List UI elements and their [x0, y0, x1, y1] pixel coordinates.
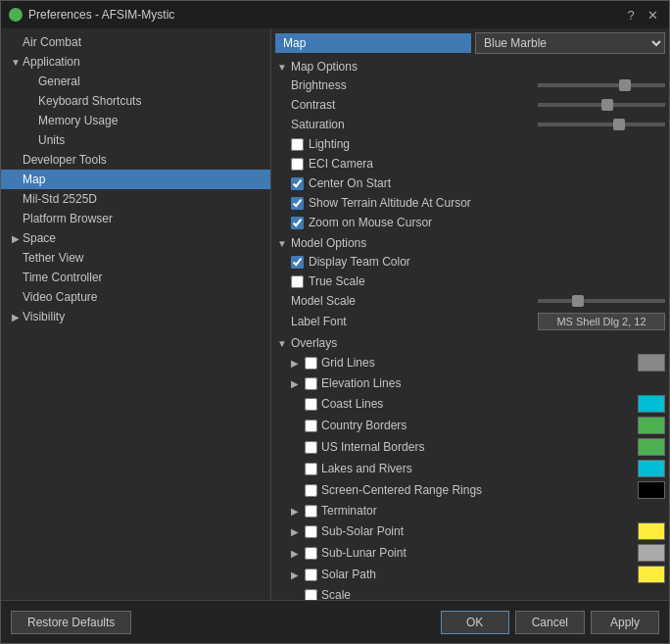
checkbox-label: Lighting [309, 137, 350, 151]
model-scale-slider [538, 299, 665, 303]
map-dropdown[interactable]: Blue MarbleOpenStreetMapSatellite [475, 32, 665, 54]
slider-input[interactable] [538, 123, 665, 126]
overlay-color-lakes-rivers[interactable] [638, 460, 665, 477]
main-panel: MapBlue MarbleOpenStreetMapSatellite▼Map… [270, 28, 669, 600]
sidebar-item-label: General [38, 74, 266, 88]
checkbox-input[interactable] [291, 138, 304, 151]
overlay-checkbox-scale[interactable] [305, 589, 317, 601]
overlay-color-grid-lines[interactable] [638, 354, 665, 372]
sidebar-item-tether-view[interactable]: Tether View [1, 248, 270, 268]
overlay-row-sub-solar: ▶Sub-Solar Point [291, 520, 665, 542]
checkbox-label: True Scale [309, 274, 365, 288]
sidebar-item-label: Units [38, 133, 266, 147]
overlay-color-sub-solar[interactable] [638, 522, 665, 540]
section-header[interactable]: ▼Model Options [275, 234, 665, 252]
checkbox-row-display-team-color: Display Team Color [291, 252, 665, 272]
slider-container [538, 123, 665, 126]
overlay-row-range-rings: Screen-Centered Range Rings [291, 479, 665, 501]
overlay-checkbox-area: Terminator [305, 504, 665, 518]
window-title: Preferences - AFSIM-Mystic [28, 8, 616, 22]
overlay-row-coast-lines: Coast Lines [291, 393, 665, 415]
model-scale-row: Model Scale [291, 291, 665, 311]
sidebar-item-general[interactable]: General [1, 72, 270, 91]
overlay-checkbox-solar-path[interactable] [305, 569, 317, 581]
overlay-checkbox-area: Scale [305, 588, 665, 600]
sidebar-item-application[interactable]: ▼Application [1, 52, 270, 72]
sidebar-item-mil-std[interactable]: Mil-Std 2525D [1, 189, 270, 209]
overlay-row-sub-lunar: ▶Sub-Lunar Point [291, 542, 665, 564]
overlay-color-range-rings[interactable] [638, 481, 665, 499]
slider-label: Contrast [291, 98, 538, 112]
section-label: Model Options [291, 236, 366, 250]
checkbox-row-show-terrain-altitude-at-cursor: Show Terrain Altitude At Cursor [291, 193, 665, 213]
slider-label: Saturation [291, 118, 538, 131]
help-button[interactable]: ? [622, 6, 640, 24]
overlay-color-sub-lunar[interactable] [638, 544, 665, 562]
checkbox-input[interactable] [291, 217, 304, 229]
checkbox-input[interactable] [291, 158, 304, 171]
slider-row-saturation: Saturation [291, 115, 665, 134]
overlay-checkbox-sub-lunar[interactable] [305, 547, 317, 560]
checkbox-row-zoom-on-mouse-cursor: Zoom on Mouse Cursor [291, 213, 665, 232]
overlay-checkbox-area: US Internal Borders [305, 440, 638, 454]
sidebar-item-time-controller[interactable]: Time Controller [1, 268, 270, 287]
sidebar-item-visibility[interactable]: ▶Visibility [1, 307, 270, 326]
overlay-color-coast-lines[interactable] [638, 395, 665, 413]
checkbox-input[interactable] [291, 256, 304, 269]
checkbox-row-true-scale: True Scale [291, 272, 665, 291]
section-label: Map Options [291, 60, 358, 74]
checkbox-input[interactable] [291, 197, 304, 210]
overlay-checkbox-terminator[interactable] [305, 505, 317, 518]
titlebar-buttons: ? ✕ [622, 6, 661, 24]
map-label: Map [275, 33, 471, 53]
section-header[interactable]: ▼Overlays [275, 334, 665, 352]
overlay-label: Terminator [321, 504, 665, 518]
slider-input[interactable] [538, 83, 665, 87]
apply-button[interactable]: Apply [591, 611, 659, 634]
sidebar-item-platform-browser[interactable]: Platform Browser [1, 209, 270, 228]
section-arrow: ▼ [277, 62, 287, 73]
overlay-label: Elevation Lines [321, 376, 665, 390]
checkbox-row-eci-camera: ECI Camera [291, 154, 665, 173]
model-scale-input[interactable] [538, 299, 665, 303]
overlay-checkbox-us-internal-borders[interactable] [305, 441, 317, 454]
overlay-checkbox-country-borders[interactable] [305, 420, 317, 432]
overlay-checkbox-coast-lines[interactable] [305, 398, 317, 411]
overlay-checkbox-range-rings[interactable] [305, 484, 317, 497]
cancel-button[interactable]: Cancel [515, 611, 585, 634]
checkbox-input[interactable] [291, 275, 304, 288]
sidebar-item-label: Tether View [23, 251, 266, 265]
titlebar: Preferences - AFSIM-Mystic ? ✕ [1, 1, 669, 28]
checkbox-label: Center On Start [309, 176, 391, 190]
sidebar-item-developer-tools[interactable]: Developer Tools [1, 150, 270, 170]
close-button[interactable]: ✕ [644, 6, 661, 24]
checkbox-input[interactable] [291, 177, 304, 190]
overlay-color-country-borders[interactable] [638, 417, 665, 434]
map-header: MapBlue MarbleOpenStreetMapSatellite [275, 32, 665, 54]
overlay-checkbox-elevation-lines[interactable] [305, 377, 317, 390]
slider-row-contrast: Contrast [291, 95, 665, 115]
ok-button[interactable]: OK [441, 611, 509, 634]
overlay-arrow: ▶ [291, 358, 305, 369]
sidebar-item-memory-usage[interactable]: Memory Usage [1, 111, 270, 130]
overlay-checkbox-sub-solar[interactable] [305, 525, 317, 538]
overlay-checkbox-area: Sub-Lunar Point [305, 546, 638, 560]
overlay-checkbox-lakes-rivers[interactable] [305, 463, 317, 475]
sidebar-item-label: Air Combat [23, 35, 266, 49]
slider-input[interactable] [538, 103, 665, 107]
overlay-color-us-internal-borders[interactable] [638, 438, 665, 456]
sidebar-item-keyboard-shortcuts[interactable]: Keyboard Shortcuts [1, 91, 270, 111]
sidebar-item-air-combat[interactable]: Air Combat [1, 32, 270, 52]
restore-defaults-button[interactable]: Restore Defaults [11, 611, 131, 634]
sidebar-item-space[interactable]: ▶Space [1, 228, 270, 248]
overlay-label: Scale [321, 588, 665, 600]
sidebar-item-map[interactable]: Map [1, 170, 270, 189]
overlay-checkbox-area: Coast Lines [305, 397, 638, 411]
section-header[interactable]: ▼Map Options [275, 58, 665, 75]
overlay-color-solar-path[interactable] [638, 566, 665, 583]
overlay-label: Solar Path [321, 568, 638, 581]
overlay-checkbox-grid-lines[interactable] [305, 357, 317, 370]
font-select-button[interactable]: MS Shell Dlg 2, 12 [538, 313, 665, 330]
sidebar-item-units[interactable]: Units [1, 130, 270, 150]
sidebar-item-video-capture[interactable]: Video Capture [1, 287, 270, 307]
